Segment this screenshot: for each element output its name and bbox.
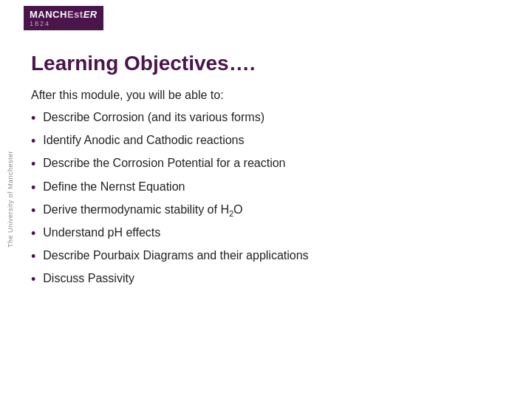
bullet-icon: •	[31, 132, 35, 151]
page-title: Learning Objectives….	[31, 52, 510, 75]
main-content: Learning Objectives…. After this module,…	[21, 0, 532, 399]
sidebar-text: The University of Manchester	[7, 151, 14, 248]
list-item: • Define the Nernst Equation	[31, 179, 510, 197]
bullet-text: Define the Nernst Equation	[43, 179, 185, 195]
bullet-text: Discuss Passivity	[43, 270, 134, 287]
bullet-text: Derive thermodynamic stability of H2O	[43, 202, 242, 220]
bullet-text: Describe the Corrosion Potential for a r…	[43, 155, 285, 171]
bullet-icon: •	[31, 155, 35, 174]
intro-text: After this module, you will be able to:	[31, 89, 510, 102]
list-item: • Discuss Passivity	[31, 270, 510, 289]
list-item: • Derive thermodynamic stability of H2O	[31, 202, 510, 220]
bullet-text: Describe Pourbaix Diagrams and their app…	[43, 248, 308, 264]
list-item: • Understand pH effects	[31, 225, 510, 243]
objectives-list: • Describe Corrosion (and its various fo…	[31, 109, 510, 290]
bullet-text: Describe Corrosion (and its various form…	[43, 109, 265, 126]
list-item: • Describe Corrosion (and its various fo…	[31, 109, 510, 128]
list-item: • Identify Anodic and Cathodic reactions	[31, 132, 510, 151]
bullet-text: Understand pH effects	[43, 225, 160, 241]
bullet-icon: •	[31, 225, 35, 243]
sidebar-label: The University of Manchester	[0, 0, 21, 399]
list-item: • Describe Pourbaix Diagrams and their a…	[31, 248, 510, 266]
bullet-icon: •	[31, 202, 35, 220]
bullet-icon: •	[31, 109, 35, 128]
bullet-text: Identify Anodic and Cathodic reactions	[43, 132, 244, 149]
bullet-icon: •	[31, 179, 35, 197]
list-item: • Describe the Corrosion Potential for a…	[31, 155, 510, 174]
bullet-icon: •	[31, 248, 35, 266]
bullet-icon: •	[31, 270, 35, 289]
